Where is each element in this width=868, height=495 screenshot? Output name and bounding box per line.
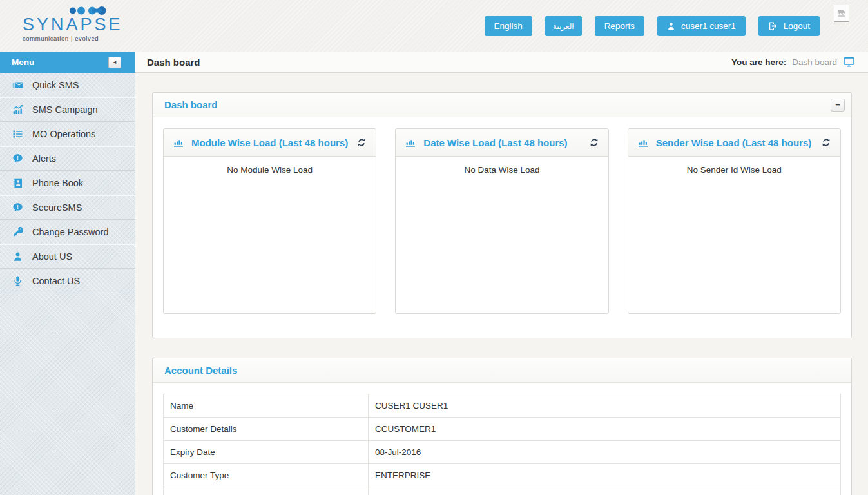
sidebar-item-quick-sms[interactable]: Quick SMS bbox=[0, 73, 135, 97]
synapse-logo: SYNAPSE communication | evolved bbox=[23, 6, 123, 42]
stat-card-2: Date Wise Load (Last 48 hours) No Data W… bbox=[395, 128, 608, 314]
stat-cards-row: Module Wise Load (Last 48 hours) No Modu… bbox=[163, 128, 841, 314]
sidebar-item-phone-book[interactable]: Phone Book bbox=[0, 171, 135, 195]
sidebar: Menu ◂ Quick SMS SMS Campaign MO Operati… bbox=[0, 52, 135, 495]
card-empty-message: No Module Wise Load bbox=[164, 157, 376, 175]
sidebar-item-label: SecureSMS bbox=[32, 202, 82, 213]
minus-icon: − bbox=[835, 101, 840, 109]
sidebar-item-label: Quick SMS bbox=[32, 80, 79, 90]
key-icon bbox=[12, 226, 23, 237]
dashboard-panel-body: Module Wise Load (Last 48 hours) No Modu… bbox=[153, 117, 851, 338]
list-icon bbox=[12, 128, 23, 139]
chart-growth-icon bbox=[12, 104, 23, 115]
reports-button[interactable]: Reports bbox=[595, 16, 644, 36]
breadcrumb-prefix: You are here: bbox=[731, 57, 786, 67]
card-title: Sender Wise Load (Last 48 hours) bbox=[656, 137, 813, 148]
dashboard-panel-title: Dash board bbox=[164, 99, 218, 110]
menu-title: Menu bbox=[12, 57, 34, 67]
account-details-panel: Account Details Name CUSER1 CUSER1 Custo… bbox=[152, 358, 852, 495]
row-value: CUSER1 CUSER1 bbox=[369, 394, 841, 418]
row-label: Name bbox=[164, 394, 369, 418]
account-panel-title: Account Details bbox=[164, 365, 237, 376]
row-label: Credit System bbox=[164, 487, 369, 495]
user-button-label: cuser1 cuser1 bbox=[681, 21, 736, 31]
logo-dots-icon bbox=[69, 6, 106, 15]
sidebar-item-securesms[interactable]: SecureSMS bbox=[0, 195, 135, 220]
account-table-body: Name CUSER1 CUSER1 Customer Details CCUS… bbox=[164, 394, 841, 495]
sidebar-item-about-us[interactable]: About US bbox=[0, 244, 135, 269]
card-header: Sender Wise Load (Last 48 hours) bbox=[628, 129, 840, 157]
bar-chart-icon bbox=[638, 137, 648, 148]
comment-alert-icon bbox=[12, 202, 23, 213]
address-book-icon bbox=[12, 177, 23, 188]
sidebar-menu-header: Menu ◂ bbox=[0, 52, 135, 73]
sidebar-item-label: MO Operations bbox=[32, 129, 95, 139]
table-row: Expiry Date 08-Jul-2016 bbox=[164, 441, 841, 464]
logout-icon bbox=[768, 21, 778, 31]
page-title: Dash board bbox=[147, 57, 200, 68]
card-title: Module Wise Load (Last 48 hours) bbox=[191, 137, 348, 148]
app-window: SYNAPSE communication | evolved English … bbox=[0, 0, 868, 495]
table-row: Credit System POSTPAID bbox=[164, 487, 841, 495]
card-empty-message: No Data Wise Load bbox=[396, 157, 608, 175]
user-account-button[interactable]: cuser1 cuser1 bbox=[657, 16, 746, 36]
stat-card-1: Module Wise Load (Last 48 hours) No Modu… bbox=[163, 128, 376, 314]
sidebar-item-label: Alerts bbox=[32, 153, 56, 164]
logout-button[interactable]: Logout bbox=[758, 16, 820, 36]
envelope-icon bbox=[12, 79, 23, 90]
bar-chart-icon bbox=[405, 137, 416, 148]
brand-name: SYNAPSE bbox=[23, 15, 123, 34]
card-title: Date Wise Load (Last 48 hours) bbox=[423, 137, 580, 148]
sidebar-item-contact-us[interactable]: Contact US bbox=[0, 269, 135, 293]
arabic-button-label: العربية bbox=[553, 22, 574, 31]
sidebar-item-label: SMS Campaign bbox=[32, 104, 98, 115]
sidebar-item-mo-operations[interactable]: MO Operations bbox=[0, 122, 135, 146]
user-icon bbox=[12, 251, 23, 262]
english-button[interactable]: English bbox=[485, 16, 532, 36]
logout-button-label: Logout bbox=[784, 21, 810, 31]
row-label: Customer Type bbox=[164, 464, 369, 487]
sidebar-item-label: Change Password bbox=[32, 227, 109, 237]
main-content: Dash board You are here: Dash board Dash… bbox=[135, 52, 868, 495]
dashboard-panel-header: Dash board − bbox=[153, 93, 851, 117]
arabic-button[interactable]: العربية bbox=[545, 16, 582, 36]
brand-tagline: communication | evolved bbox=[23, 35, 123, 42]
header-buttons: English العربية Reports cuser1 cuser1 Lo… bbox=[485, 16, 820, 36]
row-label: Expiry Date bbox=[164, 441, 369, 464]
table-row: Customer Details CCUSTOMER1 bbox=[164, 418, 841, 441]
account-panel-body: Name CUSER1 CUSER1 Customer Details CCUS… bbox=[153, 383, 851, 495]
sidebar-item-alerts[interactable]: Alerts bbox=[0, 146, 135, 171]
sidebar-item-change-password[interactable]: Change Password bbox=[0, 220, 135, 244]
reports-button-label: Reports bbox=[604, 21, 635, 31]
bar-chart-icon bbox=[173, 137, 184, 148]
card-empty-message: No Sender Id Wise Load bbox=[628, 157, 840, 175]
top-header: SYNAPSE communication | evolved English … bbox=[0, 0, 868, 52]
refresh-icon[interactable] bbox=[820, 137, 832, 148]
comment-alert-icon bbox=[12, 153, 23, 164]
card-header: Module Wise Load (Last 48 hours) bbox=[164, 129, 376, 157]
breadcrumb-current[interactable]: Dash board bbox=[792, 57, 837, 67]
sidebar-menu: Quick SMS SMS Campaign MO Operations Ale… bbox=[0, 73, 135, 293]
refresh-icon[interactable] bbox=[356, 137, 367, 148]
sidebar-item-label: About US bbox=[32, 251, 72, 262]
dashboard-panel: Dash board − Module Wise Load (Last 48 h… bbox=[152, 92, 852, 338]
sidebar-item-label: Contact US bbox=[32, 276, 80, 286]
row-value: 08-Jul-2016 bbox=[369, 441, 841, 464]
sidebar-collapse-button[interactable]: ◂ bbox=[108, 57, 121, 68]
monitor-icon bbox=[843, 57, 855, 68]
minimize-panel-button[interactable]: − bbox=[831, 99, 845, 112]
row-value: CCUSTOMER1 bbox=[369, 418, 841, 441]
sidebar-item-label: Phone Book bbox=[32, 178, 83, 188]
broken-image-icon bbox=[834, 5, 849, 22]
content-area: Dash board − Module Wise Load (Last 48 h… bbox=[135, 73, 868, 495]
row-value: ENTERPRISE bbox=[369, 464, 841, 487]
card-header: Date Wise Load (Last 48 hours) bbox=[396, 129, 608, 157]
account-panel-header: Account Details bbox=[153, 358, 851, 383]
microphone-icon bbox=[12, 275, 23, 286]
row-label: Customer Details bbox=[164, 418, 369, 441]
account-details-table: Name CUSER1 CUSER1 Customer Details CCUS… bbox=[163, 394, 841, 495]
row-value: POSTPAID bbox=[369, 487, 841, 495]
table-row: Customer Type ENTERPRISE bbox=[164, 464, 841, 487]
refresh-icon[interactable] bbox=[588, 137, 600, 148]
sidebar-item-sms-campaign[interactable]: SMS Campaign bbox=[0, 97, 135, 122]
